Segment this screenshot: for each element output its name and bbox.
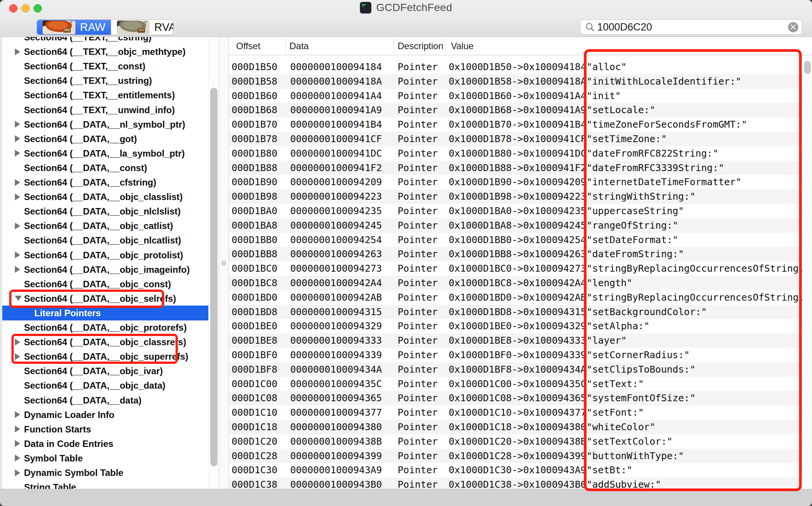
table-row[interactable]: 000D1BA8 0000000100094245 Pointer 0x1000… (229, 218, 802, 233)
segment-raw[interactable]: RAW (37, 20, 111, 35)
sidebar-item[interactable]: Section64 (__DATA,__objc_selrefs) (2, 291, 208, 306)
table-row[interactable]: 000D1C00 000000010009435C Pointer 0x1000… (229, 377, 802, 391)
sidebar-item[interactable]: Section64 (__DATA,__objc_superrefs) (2, 349, 208, 364)
table-row[interactable]: 000D1BF8 000000010009434A Pointer 0x1000… (229, 362, 802, 377)
table-row[interactable]: 000D1BD8 0000000100094315 Pointer 0x1000… (229, 305, 802, 319)
table-row[interactable]: 000D1C30 00000001000943A9 Pointer 0x1000… (229, 463, 802, 477)
sidebar-item[interactable]: Dynamic Symbol Table (2, 465, 208, 480)
sidebar-item[interactable]: Literal Pointers (2, 306, 208, 320)
disclosure-triangle-icon[interactable] (15, 440, 20, 447)
table-row[interactable]: 000D1C10 0000000100094377 Pointer 0x1000… (229, 405, 802, 420)
disclosure-triangle-icon[interactable] (15, 411, 20, 418)
sidebar-item[interactable]: Section64 (__DATA,__const) (2, 160, 208, 175)
sidebar-item[interactable]: Symbol Table (2, 451, 208, 466)
table-row[interactable]: 000D1C28 0000000100094399 Pointer 0x1000… (229, 449, 802, 463)
raw-meat-photo-icon (43, 21, 75, 34)
column-header-value[interactable]: Value (451, 37, 474, 55)
sidebar-item[interactable]: Section64 (__DATA,__objc_catlist) (2, 218, 208, 233)
search-field[interactable]: 1000D6C20 × (580, 19, 802, 35)
sidebar-item[interactable]: Section64 (__DATA,__objc_imageinfo) (2, 262, 208, 277)
sidebar-item-label: Section64 (__TEXT,__unwind_info) (24, 102, 208, 117)
table-row[interactable]: 000D1B58 000000010009418A Pointer 0x1000… (229, 74, 802, 89)
disclosure-triangle-icon[interactable] (15, 194, 20, 200)
sidebar-item[interactable]: Section64 (__DATA,__objc_protolist) (2, 248, 208, 263)
sidebar-item[interactable]: Section64 (__DATA,__cfstring) (2, 175, 208, 190)
sidebar-item[interactable]: Section64 (__TEXT,__unwind_info) (2, 102, 208, 117)
sidebar-item[interactable]: Section64 (__DATA,__objc_data) (2, 378, 208, 393)
disclosure-triangle-icon[interactable] (15, 455, 20, 461)
sidebar-item[interactable]: Section64 (__DATA,__la_symbol_ptr) (2, 146, 208, 161)
disclosure-triangle-icon[interactable] (15, 426, 20, 432)
column-header-description[interactable]: Description (398, 37, 443, 55)
table-row[interactable]: 000D1B68 00000001000941A9 Pointer 0x1000… (229, 103, 802, 117)
table-row[interactable]: 000D1BB0 0000000100094254 Pointer 0x1000… (229, 233, 802, 247)
split-divider-handle-icon[interactable] (221, 261, 226, 266)
table-row[interactable]: 000D1C18 0000000100094380 Pointer 0x1000… (229, 420, 802, 434)
disclosure-triangle-icon[interactable] (15, 353, 20, 360)
sidebar-item[interactable]: Section64 (__TEXT,__cstring) (2, 37, 208, 45)
disclosure-triangle-icon[interactable] (15, 339, 20, 346)
cell-description: Pointer (398, 348, 438, 362)
disclosure-triangle-icon[interactable] (15, 179, 20, 186)
table-row[interactable]: 000D1B60 00000001000941A4 Pointer 0x1000… (229, 89, 802, 103)
sidebar-item[interactable]: Section64 (__DATA,__objc_protorefs) (2, 320, 208, 335)
table-scrollbar[interactable] (802, 56, 812, 489)
sidebar-item[interactable]: Section64 (__DATA,__objc_nlcatlist) (2, 233, 208, 248)
sidebar-item[interactable]: Section64 (__TEXT,__objc_methtype) (2, 44, 208, 59)
table-row[interactable]: 000D1BE0 0000000100094329 Pointer 0x1000… (229, 319, 802, 333)
sidebar-item[interactable]: Section64 (__DATA,__objc_nlclslist) (2, 204, 208, 219)
column-header-data[interactable]: Data (289, 37, 309, 55)
sidebar-item[interactable]: String Table (2, 480, 208, 489)
sidebar-item[interactable]: Section64 (__DATA,__nl_symbol_ptr) (2, 117, 208, 132)
table-scrollbar-thumb[interactable] (804, 61, 811, 74)
sidebar-item[interactable]: Section64 (__DATA,__got) (2, 131, 208, 146)
sidebar-item-label: Section64 (__DATA,__objc_protolist) (24, 248, 208, 263)
table-row[interactable]: 000D1C08 0000000100094365 Pointer 0x1000… (229, 391, 802, 405)
sidebar-item[interactable]: Section64 (__DATA,__objc_const) (2, 277, 208, 291)
table-row[interactable]: 000D1BE8 0000000100094333 Pointer 0x1000… (229, 333, 802, 348)
sidebar-item[interactable]: Section64 (__DATA,__objc_classrefs) (2, 335, 208, 349)
table-row[interactable]: 000D1B90 0000000100094209 Pointer 0x1000… (229, 175, 802, 189)
disclosure-triangle-icon[interactable] (15, 150, 20, 157)
table-row[interactable]: 000D1BA0 0000000100094235 Pointer 0x1000… (229, 204, 802, 218)
table-row[interactable]: 000D1BF0 0000000100094339 Pointer 0x1000… (229, 348, 802, 362)
cell-string: "setDateFormat:" (587, 233, 678, 247)
table-row[interactable]: 000D1BB8 0000000100094263 Pointer 0x1000… (229, 247, 802, 261)
table-row[interactable]: 000D1B70 00000001000941B4 Pointer 0x1000… (229, 117, 802, 132)
disclosure-triangle-icon[interactable] (15, 266, 20, 273)
disclosure-triangle-icon[interactable] (15, 121, 20, 128)
sidebar-item[interactable]: Section64 (__TEXT,__entitlements) (2, 88, 208, 102)
segment-rva[interactable]: RVA (111, 20, 173, 35)
disclosure-triangle-icon[interactable] (15, 223, 20, 229)
column-header-offset[interactable]: Offset (236, 37, 261, 55)
table-row[interactable]: 000D1BC8 00000001000942A4 Pointer 0x1000… (229, 276, 802, 290)
cell-string: "length" (587, 276, 632, 290)
sidebar-item[interactable]: Section64 (__DATA,__data) (2, 393, 208, 408)
table-row[interactable]: 000D1B88 00000001000941F2 Pointer 0x1000… (229, 161, 802, 175)
disclosure-triangle-icon[interactable] (15, 296, 22, 301)
table-row[interactable]: 000D1B98 0000000100094223 Pointer 0x1000… (229, 189, 802, 204)
sidebar-item[interactable]: Section64 (__TEXT,__ustring) (2, 73, 208, 88)
table-row[interactable]: 000D1B78 00000001000941CF Pointer 0x1000… (229, 132, 802, 146)
table-row[interactable]: 000D1C38 00000001000943B0 Pointer 0x1000… (229, 477, 802, 489)
sidebar-item[interactable]: Section64 (__TEXT,__const) (2, 59, 208, 74)
sidebar-item[interactable]: Dynamic Loader Info (2, 407, 208, 422)
search-input-value[interactable]: 1000D6C20 (597, 21, 788, 33)
table-row[interactable]: 000D1B50 0000000100094184 Pointer 0x1000… (229, 60, 802, 74)
disclosure-triangle-icon[interactable] (15, 48, 20, 55)
table-row[interactable]: 000D1BC0 0000000100094273 Pointer 0x1000… (229, 261, 802, 276)
sidebar-item[interactable]: Section64 (__DATA,__objc_ivar) (2, 363, 208, 378)
sidebar-scrollbar-thumb[interactable] (210, 88, 217, 466)
sidebar-item[interactable]: Data in Code Entries (2, 436, 208, 451)
sidebar-item[interactable]: Section64 (__DATA,__objc_classlist) (2, 189, 208, 204)
disclosure-triangle-icon[interactable] (15, 469, 20, 476)
sidebar-scrollbar[interactable] (208, 37, 219, 489)
table-row[interactable]: 000D1C20 000000010009438B Pointer 0x1000… (229, 434, 802, 449)
disclosure-triangle-icon[interactable] (15, 135, 20, 142)
clear-search-icon[interactable]: × (788, 22, 798, 32)
disclosure-triangle-icon[interactable] (15, 251, 20, 258)
table-row[interactable]: 000D1B80 00000001000941DC Pointer 0x1000… (229, 146, 802, 161)
table-row[interactable]: 000D1BD0 00000001000942AB Pointer 0x1000… (229, 290, 802, 305)
sidebar-item[interactable]: Function Starts (2, 422, 208, 437)
split-divider[interactable] (219, 37, 229, 489)
